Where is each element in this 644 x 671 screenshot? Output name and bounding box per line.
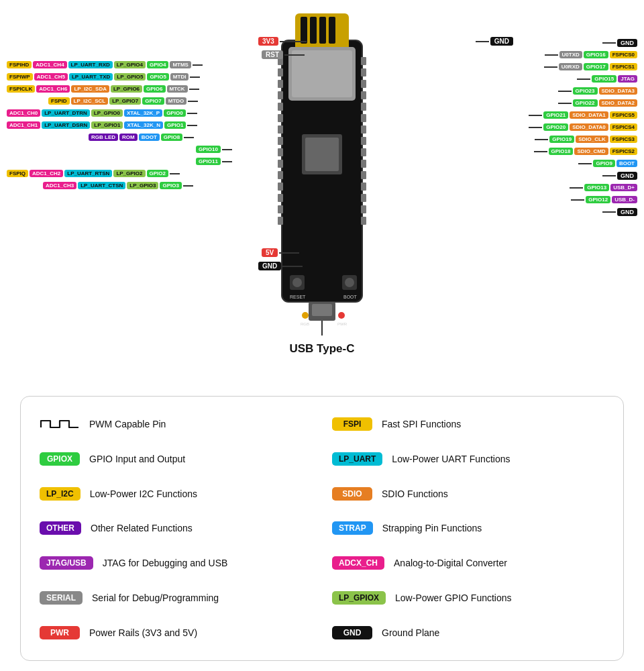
legend-gnd-label: Ground Plane	[382, 627, 439, 638]
board-svg: RESET BOOT RGB PWR	[241, 7, 402, 356]
svg-rect-36	[278, 217, 283, 225]
legend-strap: STRAP Strapping Pin Functions	[332, 513, 604, 544]
legend-gpio-label: GPIO Input and Output	[89, 454, 185, 464]
legend-jtag: JTAG/USB JTAG for Debugging and USB	[40, 548, 312, 578]
legend-gnd: GND Ground Plane	[332, 617, 604, 648]
svg-rect-9	[305, 138, 339, 171]
usb-type-c-label: USB Type-C	[290, 342, 355, 356]
label-gpio0: ADC1_CH0 LP_UART_DTRN LP_GPIO0 XTAL_32K_…	[7, 107, 232, 119]
legend-lp-uart: LP_UART Low-Power UART Functions	[332, 444, 604, 474]
svg-rect-25	[278, 91, 283, 99]
label-r-u0rxd: U0RXD GPIO17 FSPICS1	[529, 61, 637, 72]
svg-text:PWR: PWR	[337, 322, 347, 326]
svg-rect-43	[361, 125, 366, 134]
svg-rect-50	[361, 205, 366, 213]
legend-strap-label: Strapping Pin Functions	[382, 523, 482, 533]
svg-rect-35	[278, 205, 283, 213]
right-pin-labels: GND U0TXD GPIO16 FSPICS0 U0RXD GPIO17 FS…	[529, 37, 637, 217]
svg-rect-41	[361, 103, 366, 111]
tag-3v3: 3V3	[258, 37, 278, 46]
legend-other-label: Other Related Functions	[91, 523, 193, 533]
svg-rect-42	[361, 114, 366, 122]
svg-rect-47	[361, 171, 366, 179]
svg-rect-28	[278, 125, 283, 134]
svg-point-20	[338, 312, 345, 319]
legend-area: PWM Capable Pin FSPI Fast SPI Functions …	[20, 396, 624, 661]
svg-rect-40	[361, 91, 366, 99]
svg-text:RESET: RESET	[290, 295, 306, 299]
svg-rect-31	[278, 160, 283, 168]
legend-pwm-label: PWM Capable Pin	[89, 419, 166, 429]
label-r-gpio22: GPIO22 SDIO_DATA2	[529, 97, 637, 109]
pwm-icon	[40, 417, 80, 431]
label-r-gpio23: GPIO23 SDIO_DATA3	[529, 85, 637, 97]
svg-rect-26	[278, 103, 283, 111]
label-gpio6: FSPICLK ADC1_CH6 LP_I2C_SDA LP_GPIO6 GPI…	[7, 83, 232, 95]
legend-fspi-label: Fast SPI Functions	[382, 419, 461, 429]
legend-jtag-badge: JTAG/USB	[40, 556, 93, 570]
svg-text:RGB: RGB	[301, 322, 309, 326]
label-3v3: 3V3	[258, 37, 307, 46]
svg-rect-3	[310, 17, 317, 44]
legend-lp-uart-badge: LP_UART	[332, 452, 382, 466]
label-r-gpio19: GPIO19 SDIO_CLK FSPICS3	[529, 134, 637, 145]
legend-adcx: ADCX_CH Analog-to-Digital Converter	[332, 548, 604, 578]
label-r-u0txd: U0TXD GPIO16 FSPICS0	[529, 49, 637, 60]
svg-text:BOOT: BOOT	[343, 295, 358, 299]
legend-lp-i2c-label: Low-Power I2C Functions	[90, 488, 197, 499]
label-r-gnd1: GND	[529, 37, 637, 48]
legend-gpio: GPIOX GPIO Input and Output	[40, 444, 312, 474]
svg-rect-34	[278, 194, 283, 202]
label-rst: RST	[262, 50, 305, 59]
tag-rst: RST	[262, 50, 283, 59]
legend-other-badge: OTHER	[40, 521, 81, 535]
legend-adcx-label: Analog-to-Digital Converter	[394, 558, 507, 568]
left-pin-labels: FSPIHD ADC1_CH4 LP_UART_RXD LP_GPIO4 GPI…	[7, 59, 232, 191]
svg-rect-23	[278, 68, 283, 76]
legend-lp-uart-label: Low-Power UART Functions	[392, 454, 510, 464]
legend-fspi-badge: FSPI	[332, 417, 372, 431]
legend-pwr-label: Power Rails (3V3 and 5V)	[89, 627, 197, 638]
legend-strap-badge: STRAP	[332, 521, 373, 535]
legend-lp-gpio-badge: LP_GPIOX	[332, 591, 386, 605]
legend-lp-gpio-label: Low-Power GPIO Functions	[395, 592, 512, 603]
svg-point-13	[292, 278, 302, 287]
label-gpio10: GPIO10	[7, 144, 232, 155]
svg-rect-32	[278, 171, 283, 179]
legend-pwr-badge: PWR	[40, 626, 80, 639]
legend-sdio: SDIO SDIO Functions	[332, 478, 604, 509]
svg-rect-4	[319, 17, 326, 44]
svg-rect-27	[278, 114, 283, 122]
label-gnd-bottom-left: GND	[258, 262, 303, 270]
legend-gpio-badge: GPIOX	[40, 452, 80, 466]
legend-other: OTHER Other Related Functions	[40, 513, 312, 544]
svg-point-18	[302, 312, 309, 319]
board-container: RESET BOOT RGB PWR	[241, 7, 402, 358]
svg-rect-37	[361, 57, 366, 65]
label-r-gpio18: GPIO18 SDIO_CMD FSPICS2	[529, 146, 637, 157]
label-gpio8: RGB LED ROM BOOT GPIO8	[7, 132, 232, 143]
svg-rect-30	[278, 148, 283, 156]
legend-sdio-badge: SDIO	[332, 487, 372, 501]
label-gpio11: GPIO11	[7, 156, 232, 167]
label-gnd-top-right: GND	[476, 37, 513, 46]
legend-sdio-label: SDIO Functions	[382, 488, 448, 499]
label-gpio3: ADC1_CH3 LP_UART_CTSN LP_GPIO3 GPIO3	[7, 180, 232, 191]
svg-rect-39	[361, 80, 366, 88]
legend-serial-badge: SERIAL	[40, 591, 83, 605]
svg-rect-29	[278, 137, 283, 145]
diagram-area: RESET BOOT RGB PWR	[0, 0, 644, 376]
label-gpio4: FSPIHD ADC1_CH4 LP_UART_RXD LP_GPIO4 GPI…	[7, 59, 232, 70]
svg-rect-24	[278, 80, 283, 88]
label-5v: 5V	[262, 248, 299, 257]
svg-rect-38	[361, 68, 366, 76]
label-r-gpio12: GPIO12 USB_D-	[529, 194, 637, 205]
legend-lp-i2c: LP_I2C Low-Power I2C Functions	[40, 478, 312, 509]
svg-rect-48	[361, 183, 366, 191]
svg-rect-5	[329, 17, 335, 44]
legend-lp-i2c-badge: LP_I2C	[40, 487, 80, 501]
svg-rect-46	[361, 160, 366, 168]
label-gpio2: FSPIQ ADC1_CH2 LP_UART_RTSN LP_GPIO2 GPI…	[7, 168, 232, 179]
label-r-gpio9: GPIO9 BOOT	[529, 158, 637, 169]
legend-pwm: PWM Capable Pin	[40, 409, 312, 440]
